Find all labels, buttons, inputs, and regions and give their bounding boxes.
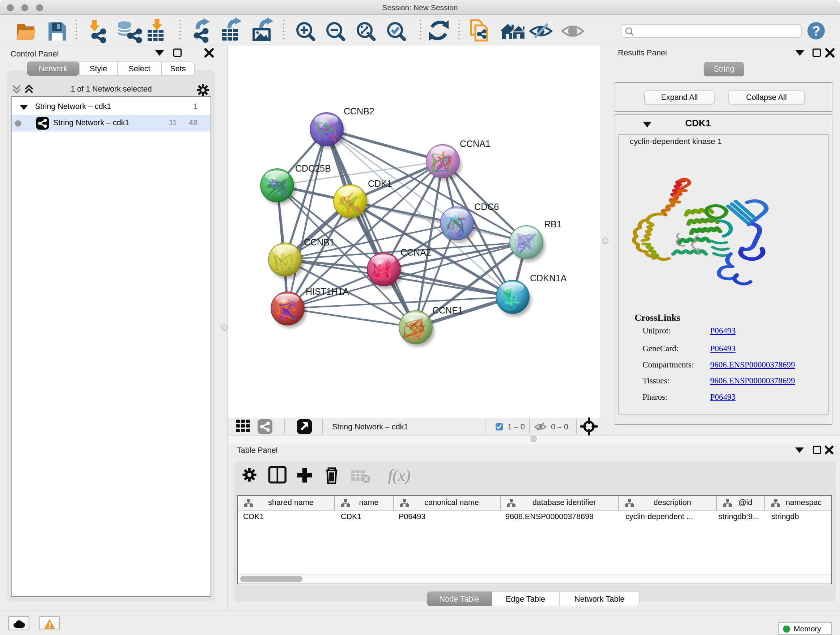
svg-text:CCNE1: CCNE1	[432, 305, 463, 315]
svg-text:CDC6: CDC6	[474, 202, 499, 212]
svg-text:String Network – cdk1: String Network – cdk1	[332, 423, 408, 431]
svg-text:CCNB1: CCNB1	[304, 237, 335, 247]
svg-text:CCNA1: CCNA1	[460, 139, 491, 149]
svg-text:1 – 0: 1 – 0	[508, 423, 525, 431]
svg-text:CDC25B: CDC25B	[295, 163, 331, 173]
svg-text:CCNA2: CCNA2	[401, 247, 431, 257]
svg-text:RB1: RB1	[544, 219, 562, 229]
svg-text:CCNB2: CCNB2	[344, 106, 374, 116]
svg-text:CDKN1A: CDKN1A	[530, 273, 567, 283]
svg-text:HIST1H1A: HIST1H1A	[306, 287, 349, 296]
svg-text:0 – 0: 0 – 0	[551, 423, 568, 431]
svg-text:?: ?	[812, 24, 821, 38]
svg-text:f(x): f(x)	[388, 466, 411, 485]
svg-text:CDK1: CDK1	[368, 179, 392, 188]
